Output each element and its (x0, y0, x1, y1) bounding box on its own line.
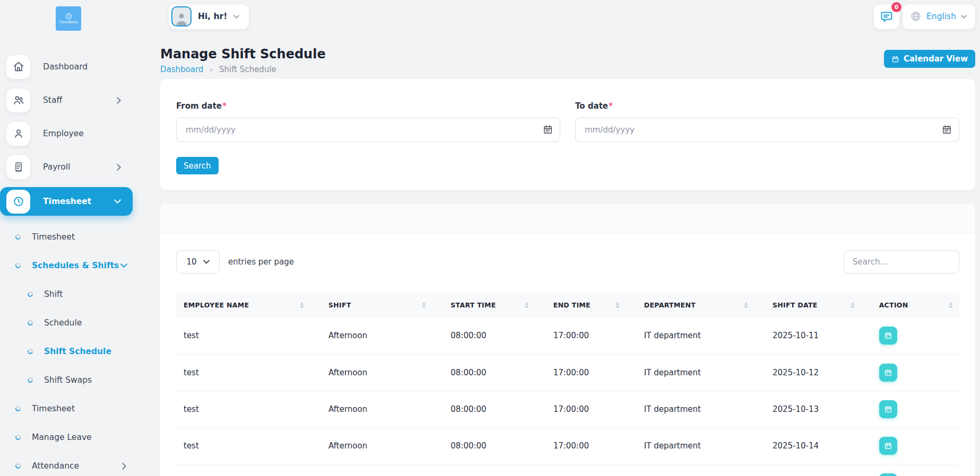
from-date-field: From date* (176, 101, 560, 142)
cell-department: IT department (637, 427, 765, 464)
col-department[interactable]: DEPARTMENT (637, 293, 765, 318)
from-date-label: From date* (176, 101, 560, 111)
sidebar-item-payroll[interactable]: Payroll (0, 154, 133, 180)
sidebar-item-dashboard[interactable]: Dashboard (0, 54, 133, 80)
chevron-down-icon (961, 15, 967, 19)
submenu-item-timesheet[interactable]: Timesheet (0, 223, 160, 251)
sort-icon[interactable] (300, 302, 304, 308)
calendar-icon[interactable] (543, 125, 553, 137)
submenu-item-shift[interactable]: Shift (0, 280, 160, 308)
chevron-right-icon (122, 463, 126, 470)
col-start-time[interactable]: START TIME (443, 293, 545, 318)
from-date-input[interactable] (176, 118, 560, 142)
calendar-icon (884, 442, 892, 450)
sidebar-item-staff[interactable]: Staff (0, 87, 133, 113)
bullet-icon (14, 434, 21, 440)
cell-department: IT department (637, 318, 765, 354)
bullet-icon (27, 376, 33, 383)
page-title: Manage Shift Schedule (160, 46, 326, 62)
sidebar-item-timesheet[interactable]: Timesheet (0, 187, 133, 216)
submenu-item-shift-swaps[interactable]: Shift Swaps (0, 366, 160, 394)
bullet-icon (14, 405, 21, 412)
sort-icon[interactable] (744, 302, 748, 308)
col-shift[interactable]: SHIFT (321, 293, 443, 318)
breadcrumb: Dashboard › Shift Schedule (160, 65, 326, 74)
cell-end-time: 17:00:00 (546, 318, 637, 354)
calendar-icon (891, 55, 899, 63)
col-shift-date[interactable]: SHIFT DATE (765, 293, 872, 318)
breadcrumb-dashboard-link[interactable]: Dashboard (160, 65, 203, 74)
to-date-label: To date* (575, 101, 959, 111)
col-action[interactable]: ACTION (872, 293, 959, 318)
submenu-item-label: Manage Leave (32, 433, 92, 442)
submenu-item-manage-leave[interactable]: Manage Leave (0, 423, 160, 452)
cell-shift-date: 2025-10-13 (765, 391, 872, 427)
calendar-icon[interactable] (942, 125, 952, 137)
submenu-item-timesheet-2[interactable]: Timesheet (0, 394, 160, 423)
sidebar-item-label: Timesheet (43, 197, 91, 206)
avatar (171, 6, 192, 27)
sort-icon[interactable] (851, 302, 855, 308)
sidebar-item-label: Employee (43, 129, 84, 138)
sort-icon[interactable] (949, 302, 953, 308)
notification-badge: 0 (891, 2, 901, 12)
chevron-right-icon (117, 97, 121, 104)
search-button[interactable]: Search (176, 157, 219, 174)
clock-logo-icon (65, 13, 72, 20)
sidebar: TimeWisto Dashboard Staff (0, 0, 160, 476)
submenu-item-schedules-shifts[interactable]: Schedules & Shifts (0, 251, 160, 280)
bullet-icon (27, 290, 33, 297)
page-head: Manage Shift Schedule Dashboard › Shift … (160, 46, 975, 74)
cell-shift: Afternoon (321, 354, 443, 391)
view-schedule-button[interactable] (879, 400, 897, 418)
receipt-icon (6, 155, 30, 179)
cell-department: IT department (637, 354, 765, 391)
col-employee-name[interactable]: EMPLOYEE NAME (176, 293, 321, 318)
app-root: TimeWisto Dashboard Staff (0, 0, 980, 476)
sidebar-item-label: Payroll (43, 162, 70, 172)
language-label: English (926, 12, 956, 21)
cell-employee-name: test (176, 391, 321, 427)
cell-end-time: 17:00:00 (546, 354, 637, 391)
view-schedule-button[interactable] (879, 327, 897, 345)
submenu-item-label: Timesheet (32, 404, 75, 413)
view-schedule-button[interactable] (879, 437, 897, 455)
brand-logo[interactable]: TimeWisto (56, 6, 81, 31)
users-icon (6, 89, 30, 112)
table-row: test Afternoon 08:00:00 17:00:00 IT depa… (176, 391, 959, 427)
calendar-icon (884, 405, 892, 413)
breadcrumb-separator: › (210, 65, 213, 74)
cell-start-time: 08:00:00 (443, 318, 545, 354)
col-end-time[interactable]: END TIME (546, 293, 637, 318)
cell-start-time: 08:00:00 (443, 354, 545, 391)
view-schedule-button[interactable] (879, 473, 897, 476)
table-search-input[interactable] (844, 250, 959, 274)
view-schedule-button[interactable] (879, 364, 897, 382)
sidebar-item-label: Dashboard (43, 62, 88, 72)
submenu-item-label: Timesheet (32, 232, 75, 242)
sidebar-item-label: Staff (43, 95, 62, 105)
sort-icon[interactable] (615, 302, 620, 308)
language-selector[interactable]: English (903, 4, 975, 29)
sort-icon[interactable] (422, 302, 426, 308)
to-date-input[interactable] (575, 118, 959, 142)
calendar-view-button[interactable]: Calendar View (884, 50, 975, 68)
notifications-button[interactable]: 0 (874, 4, 899, 29)
required-asterisk: * (609, 101, 613, 111)
submenu-item-attendance[interactable]: Attendance (0, 452, 160, 476)
cell-end-time: 17:00:00 (546, 427, 637, 464)
table-row: test Afternoon 08:00:00 17:00:00 IT depa… (176, 318, 959, 354)
home-icon (6, 55, 30, 79)
user-menu[interactable]: Hi, hr! (169, 4, 249, 29)
to-date-field: To date* (575, 101, 959, 142)
bullet-icon (14, 262, 21, 269)
submenu-item-shift-schedule[interactable]: Shift Schedule (0, 337, 160, 366)
submenu-item-schedule[interactable]: Schedule (0, 308, 160, 337)
sidebar-item-employee[interactable]: Employee (0, 120, 133, 147)
sort-icon[interactable] (525, 302, 529, 308)
submenu-item-label: Schedule (44, 318, 82, 328)
page-size-select[interactable]: 10 (176, 250, 220, 274)
cell-shift: Afternoon (321, 318, 443, 354)
cell-end-time: 17:00:00 (546, 391, 637, 427)
calendar-view-label: Calendar View (904, 54, 968, 64)
